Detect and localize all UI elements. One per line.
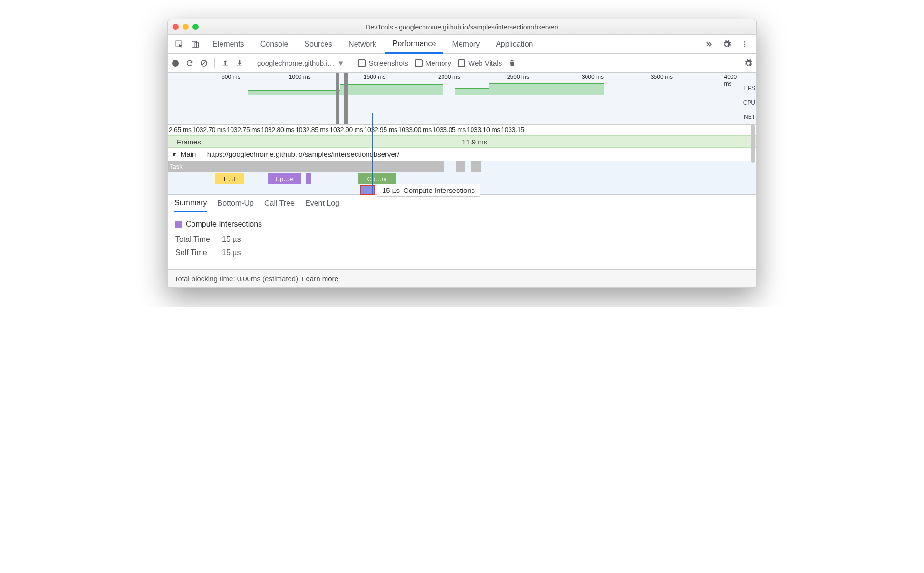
svg-point-3 bbox=[744, 41, 746, 43]
expand-icon[interactable]: ▼ bbox=[171, 150, 178, 158]
frames-label: Frames bbox=[168, 138, 462, 146]
record-button[interactable] bbox=[172, 59, 179, 67]
summary-title: Compute Intersections bbox=[186, 220, 262, 229]
svg-point-5 bbox=[744, 46, 746, 47]
self-time-label: Self Time bbox=[175, 248, 213, 257]
tab-summary[interactable]: Summary bbox=[174, 195, 207, 212]
main-thread-header[interactable]: ▼ Main — https://googlechrome.github.io/… bbox=[168, 148, 756, 161]
flame-chart[interactable]: Frames 11.9 ms ▼ Main — https://googlech… bbox=[168, 135, 756, 194]
divider bbox=[351, 58, 351, 68]
memory-checkbox[interactable]: Memory bbox=[415, 59, 451, 67]
cpu-chart bbox=[168, 95, 742, 114]
task-bar[interactable] bbox=[471, 161, 481, 172]
total-time-label: Total Time bbox=[175, 235, 213, 244]
tooltip-time: 15 µs bbox=[382, 186, 400, 194]
tab-sources[interactable]: Sources bbox=[297, 35, 340, 53]
screenshots-checkbox[interactable]: Screenshots bbox=[358, 59, 408, 67]
upload-button[interactable] bbox=[221, 59, 229, 67]
titlebar[interactable]: DevTools - googlechrome.github.io/sample… bbox=[168, 19, 756, 35]
tab-event-log[interactable]: Event Log bbox=[305, 195, 339, 212]
recording-select[interactable]: googlechrome.github.i… ▼ bbox=[257, 59, 344, 67]
divider bbox=[214, 58, 215, 68]
performance-toolbar: googlechrome.github.i… ▼ Screenshots Mem… bbox=[168, 54, 756, 73]
reload-button[interactable] bbox=[186, 59, 193, 67]
webvitals-checkbox[interactable]: Web Vitals bbox=[458, 59, 502, 67]
tab-network[interactable]: Network bbox=[341, 35, 384, 53]
divider bbox=[250, 58, 250, 68]
tab-application[interactable]: Application bbox=[488, 35, 540, 53]
event-bar[interactable]: Up…e bbox=[268, 173, 301, 184]
frame-duration: 11.9 ms bbox=[462, 138, 487, 146]
event-bar[interactable]: Co…rs bbox=[358, 173, 396, 184]
svg-rect-1 bbox=[192, 41, 196, 47]
event-bar[interactable]: E…l bbox=[215, 173, 244, 184]
tab-memory[interactable]: Memory bbox=[444, 35, 487, 53]
more-tabs-icon[interactable] bbox=[701, 37, 716, 52]
blocking-time-text: Total blocking time: 0.00ms (estimated) bbox=[174, 275, 298, 283]
main-thread-label: Main — https://googlechrome.github.io/sa… bbox=[181, 150, 399, 158]
capture-settings-icon[interactable] bbox=[744, 59, 752, 67]
self-time-value: 15 µs bbox=[222, 248, 241, 257]
clear-button[interactable] bbox=[200, 59, 208, 67]
tooltip-name: Compute Intersections bbox=[404, 186, 475, 194]
learn-more-link[interactable]: Learn more bbox=[302, 275, 338, 283]
kebab-icon[interactable] bbox=[737, 37, 752, 52]
overview-handle-right[interactable] bbox=[344, 73, 348, 124]
detail-ruler[interactable]: 2.65 ms1032.70 ms1032.75 ms1032.80 ms103… bbox=[168, 125, 756, 135]
svg-rect-10 bbox=[237, 65, 242, 66]
download-button[interactable] bbox=[236, 59, 243, 67]
playhead[interactable] bbox=[372, 113, 373, 194]
blocking-time-footer: Total blocking time: 0.00ms (estimated) … bbox=[168, 269, 756, 287]
panel-tabs: Elements Console Sources Network Perform… bbox=[168, 35, 756, 54]
tab-elements[interactable]: Elements bbox=[205, 35, 252, 53]
maximize-icon[interactable] bbox=[192, 24, 199, 30]
task-bar[interactable]: Task bbox=[168, 161, 444, 172]
task-bar[interactable] bbox=[456, 161, 465, 172]
tab-call-tree[interactable]: Call Tree bbox=[264, 195, 295, 212]
tab-console[interactable]: Console bbox=[253, 35, 296, 53]
svg-point-4 bbox=[744, 43, 746, 45]
overview-timeline[interactable]: 500 ms 1000 ms 1500 ms 2000 ms 2500 ms 3… bbox=[168, 73, 756, 125]
frames-track[interactable]: Frames 11.9 ms bbox=[168, 135, 756, 148]
net-chart bbox=[168, 114, 742, 123]
tab-performance[interactable]: Performance bbox=[385, 35, 444, 54]
scrollbar[interactable] bbox=[751, 125, 755, 163]
trash-button[interactable] bbox=[509, 59, 516, 67]
tooltip: 15 µs Compute Intersections bbox=[377, 184, 480, 197]
traffic-lights bbox=[173, 24, 199, 30]
detail-tabs: Summary Bottom-Up Call Tree Event Log bbox=[168, 194, 756, 212]
inspect-icon[interactable] bbox=[172, 37, 187, 52]
devtools-window: DevTools - googlechrome.github.io/sample… bbox=[167, 19, 757, 288]
settings-icon[interactable] bbox=[719, 37, 734, 52]
window-title: DevTools - googlechrome.github.io/sample… bbox=[168, 23, 756, 31]
close-icon[interactable] bbox=[173, 24, 179, 30]
overview-handle-left[interactable] bbox=[336, 73, 339, 124]
overview-lane-labels: FPS CPU NET bbox=[743, 81, 755, 124]
svg-line-8 bbox=[202, 61, 206, 65]
flame-rows[interactable]: Task E…l Up…e Co…rs 15 µs Compute Inters… bbox=[168, 161, 756, 194]
svg-point-6 bbox=[172, 60, 179, 67]
divider bbox=[523, 58, 523, 68]
svg-rect-9 bbox=[223, 65, 228, 66]
summary-panel: Compute Intersections Total Time 15 µs S… bbox=[168, 212, 756, 269]
category-swatch-icon bbox=[175, 221, 182, 228]
total-time-value: 15 µs bbox=[222, 235, 241, 244]
device-toggle-icon[interactable] bbox=[188, 37, 203, 52]
event-bar[interactable] bbox=[306, 173, 311, 184]
minimize-icon[interactable] bbox=[183, 24, 189, 30]
overview-ticks: 500 ms 1000 ms 1500 ms 2000 ms 2500 ms 3… bbox=[168, 73, 742, 81]
fps-chart bbox=[168, 81, 742, 95]
recording-select-label: googlechrome.github.i… bbox=[257, 59, 335, 67]
tab-bottom-up[interactable]: Bottom-Up bbox=[217, 195, 253, 212]
